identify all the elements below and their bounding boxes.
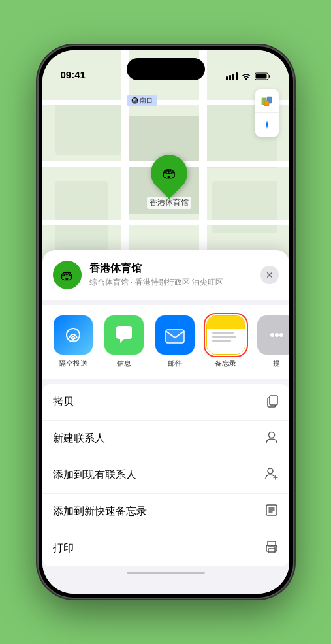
more-icon [257,315,289,355]
wifi-icon [241,72,251,80]
more-dots [267,325,287,345]
menu-quick-note[interactable]: 添加到新快速备忘录 [42,494,289,530]
location-info: 香港体育馆 综合体育馆 · 香港特别行政区 油尖旺区 [89,262,253,288]
mail-icon [155,315,195,355]
copy-svg [264,393,279,408]
battery-icon [255,72,271,80]
person-add-svg [264,466,279,481]
menu-print-label: 打印 [53,541,74,555]
message-icon [104,315,144,355]
pin-icon: 🏟 [162,165,176,182]
notes-icon [206,315,245,355]
status-time: 09:41 [61,69,86,80]
compass-icon [262,120,272,130]
svg-rect-2 [232,74,234,80]
share-more[interactable]: 提 [254,315,289,368]
svg-point-14 [72,338,74,341]
print-icon [264,539,279,557]
menu-print[interactable]: 打印 [42,530,289,566]
menu-add-existing-label: 添加到现有联系人 [53,468,136,482]
compass-button[interactable] [255,113,279,137]
print-svg [264,539,279,554]
svg-point-19 [279,333,283,337]
svg-point-33 [274,547,276,549]
menu-new-contact[interactable]: 新建联系人 [42,421,289,457]
notes-lines [207,316,245,347]
message-svg [112,323,136,347]
menu-add-existing[interactable]: 添加到现有联系人 [42,457,289,494]
person-svg [264,430,279,444]
person-icon [264,430,279,447]
airdrop-label: 隔空投送 [59,359,87,368]
share-notes[interactable]: 备忘录 [203,315,249,368]
menu-section: 拷贝 新建联系人 [42,384,289,566]
bottom-sheet: 🏟 香港体育馆 综合体育馆 · 香港特别行政区 油尖旺区 ✕ [42,250,289,594]
svg-point-22 [268,432,274,438]
menu-copy-label: 拷贝 [53,395,74,409]
copy-icon [264,393,279,411]
status-icons [226,72,271,80]
svg-point-4 [245,78,247,80]
person-add-icon [264,466,279,484]
mail-label: 邮件 [168,359,182,368]
svg-rect-6 [269,75,270,78]
svg-rect-1 [229,75,231,80]
location-name: 香港体育馆 [89,262,253,276]
more-label: 提 [273,359,280,368]
map-icon [261,95,273,107]
svg-rect-0 [226,76,228,80]
svg-point-12 [266,123,268,126]
location-pin[interactable]: 🏟 香港体育馆 [147,155,191,209]
notes-label: 备忘录 [215,359,236,368]
svg-rect-3 [236,72,238,80]
location-venue-icon: 🏟 [53,261,82,289]
location-header: 🏟 香港体育馆 综合体育馆 · 香港特别行政区 油尖旺区 ✕ [42,250,289,300]
mail-svg [163,323,187,347]
phone-frame: 09:41 [39,46,293,598]
svg-rect-15 [166,330,184,343]
airdrop-svg [63,325,84,346]
phone-screen: 09:41 [42,50,289,594]
pin-marker: 🏟 [143,147,195,199]
share-message[interactable]: 信息 [101,315,147,368]
svg-rect-32 [268,549,275,553]
share-mail[interactable]: 邮件 [152,315,198,368]
map-south-label: 🚇南口 [127,95,157,106]
svg-point-17 [270,333,274,337]
menu-new-contact-label: 新建联系人 [53,432,105,445]
svg-rect-7 [255,74,266,79]
svg-rect-21 [270,396,277,405]
close-button[interactable]: ✕ [260,266,279,284]
menu-quick-note-label: 添加到新快速备忘录 [53,505,147,519]
location-subtitle: 综合体育馆 · 香港特别行政区 油尖旺区 [89,277,253,288]
note-svg [264,503,279,517]
svg-point-23 [268,468,273,474]
home-indicator [127,572,205,574]
svg-point-18 [275,333,279,337]
map-type-button[interactable] [255,89,279,113]
signal-icon [226,72,238,80]
share-airdrop[interactable]: 隔空投送 [50,315,96,368]
airdrop-icon [54,315,93,355]
map-controls [255,89,279,137]
menu-copy[interactable]: 拷贝 [42,384,289,421]
share-actions-row: 隔空投送 信息 [42,305,289,379]
note-icon [264,503,279,521]
home-indicator-area [42,572,289,574]
message-label: 信息 [117,359,131,368]
svg-rect-10 [264,101,269,106]
dynamic-island [127,58,205,80]
